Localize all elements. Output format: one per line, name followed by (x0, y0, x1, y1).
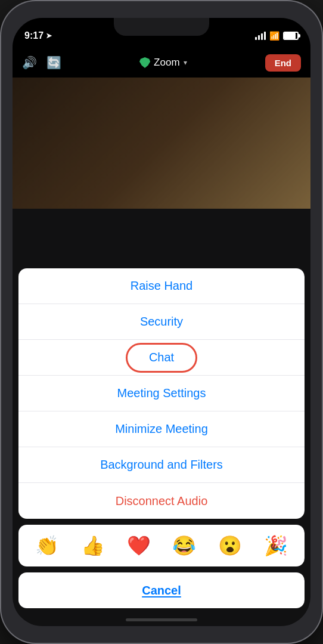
meeting-settings-label: Meeting Settings (117, 386, 206, 400)
emoji-thumbsup[interactable]: 👍 (81, 534, 105, 557)
cancel-button[interactable]: Cancel (18, 572, 305, 608)
background-filters-label: Background and Filters (100, 458, 223, 472)
zoom-header: 🔊 🔄 Zoom ▾ End (13, 48, 310, 78)
security-label: Security (140, 315, 183, 329)
emoji-heart[interactable]: ❤️ (127, 534, 151, 557)
menu-item-minimize-meeting[interactable]: Minimize Meeting (18, 411, 305, 447)
time-label: 9:17 (24, 30, 44, 41)
menu-item-meeting-settings[interactable]: Meeting Settings (18, 376, 305, 411)
menu-item-security[interactable]: Security (18, 304, 305, 340)
header-left-controls: 🔊 🔄 (22, 55, 61, 70)
phone-screen: 9:17 ➤ 📶 🔊 🔄 (13, 18, 310, 626)
menu-item-background-filters[interactable]: Background and Filters (18, 447, 305, 483)
disconnect-audio-label: Disconnect Audio (116, 494, 208, 508)
battery-icon (283, 32, 299, 40)
speaker-icon[interactable]: 🔊 (22, 55, 37, 70)
zoom-title-label: Zoom (154, 57, 179, 69)
emoji-clap[interactable]: 👏 (35, 534, 59, 557)
notch (114, 18, 209, 36)
chevron-down-icon: ▾ (184, 58, 187, 67)
end-button[interactable]: End (265, 54, 301, 72)
menu-container: Raise Hand Security Chat Meeting Setting… (18, 268, 305, 519)
emoji-laugh[interactable]: 😂 (172, 534, 196, 557)
wifi-icon: 📶 (269, 31, 279, 41)
emoji-party[interactable]: 🎉 (264, 534, 288, 557)
zoom-title[interactable]: Zoom ▾ (139, 57, 187, 69)
phone-frame: 9:17 ➤ 📶 🔊 🔄 (0, 0, 323, 644)
cancel-label: Cancel (142, 584, 181, 597)
shield-icon (139, 57, 150, 68)
menu-item-chat[interactable]: Chat (18, 340, 305, 376)
status-time: 9:17 ➤ (24, 30, 52, 41)
menu-item-disconnect-audio[interactable]: Disconnect Audio (18, 483, 305, 519)
camera-flip-icon[interactable]: 🔄 (46, 55, 61, 70)
location-icon: ➤ (46, 32, 52, 40)
signal-icon (255, 32, 266, 40)
menu-item-raise-hand[interactable]: Raise Hand (18, 268, 305, 304)
emoji-bar: 👏 👍 ❤️ 😂 😮 🎉 (18, 525, 305, 566)
status-icons: 📶 (255, 31, 299, 41)
action-sheet: Raise Hand Security Chat Meeting Setting… (13, 268, 310, 626)
emoji-wow[interactable]: 😮 (218, 534, 242, 557)
minimize-meeting-label: Minimize Meeting (115, 422, 208, 436)
raise-hand-label: Raise Hand (131, 279, 193, 293)
chat-label: Chat (149, 351, 174, 364)
